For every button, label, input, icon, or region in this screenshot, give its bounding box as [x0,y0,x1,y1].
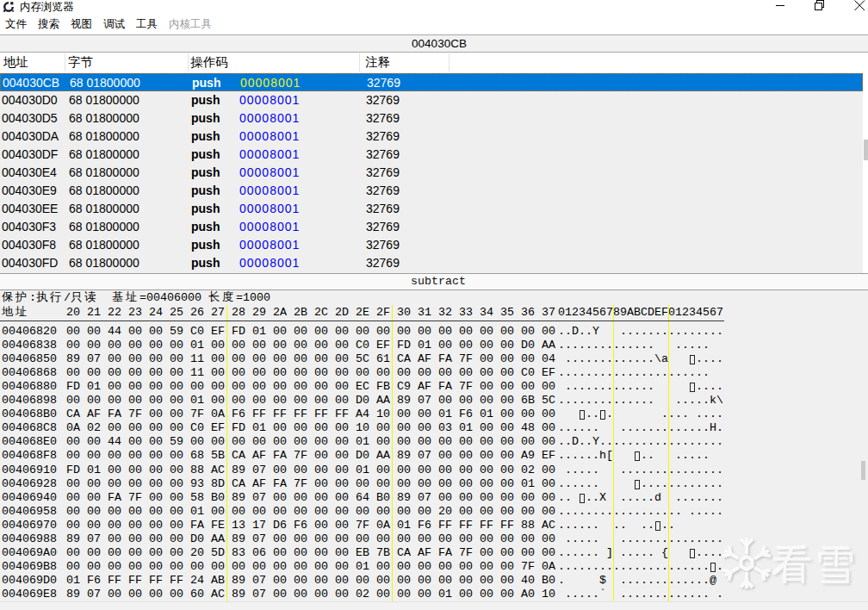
hex-byte: 00 [500,366,514,380]
hex-byte: 00 [273,546,287,560]
disassembly-row[interactable]: 004030EE68 01800000push0000800132769 [0,200,863,218]
ascii-char [654,449,661,463]
menu-item-搜索[interactable]: 搜索 [38,14,59,34]
hex-byte: 00 [294,532,307,546]
hex-byte: 60 [190,588,204,601]
hex-byte: 00 [397,435,411,449]
column-header[interactable]: 操作码 [190,53,228,72]
instruction-comment: 32769 [366,164,400,182]
menu-item-工具[interactable]: 工具 [136,14,158,34]
hex-row[interactable]: 004068380000000000000100000000000000C0EF… [0,339,868,352]
instruction-address: 004030DA [2,128,59,146]
hex-row[interactable]: 004069400000FA7F000058B089070000000064B0… [0,491,868,505]
disassembly-row[interactable]: 004030F368 01800000push0000800132769 [0,218,863,236]
close-button[interactable] [848,0,868,12]
hex-row[interactable]: 004069B800000000000000000000000000000100… [0,560,868,574]
ascii-char: . [634,435,641,449]
hex-row[interactable]: 00406928000000000000938DCAAFFA7F00000000… [0,477,868,491]
hex-byte: 00 [128,546,142,560]
splitter-bar[interactable]: subtract [0,273,868,290]
ascii-char: . [586,546,592,560]
ascii-char: . [613,435,620,449]
ascii-char: . [682,532,689,546]
disassembly-row[interactable]: 004030E468 01800000push0000800132769 [0,164,863,182]
disassembly-row[interactable]: 004030D068 01800000push0000800132769 [0,91,863,109]
ascii-char: . [661,435,668,449]
hex-row[interactable]: 0040685089070000000011000000000000005C61… [0,352,868,366]
menu-item-内核工具[interactable]: 内核工具 [169,14,212,34]
ascii-char [710,339,716,352]
hex-row[interactable]: 004068F8000000000000685BCAAFFA7F0000D0AA… [0,449,868,463]
hex-byte: 00 [376,325,390,339]
hex-row[interactable]: 00406970000000000000FAFE1317D6F600007F0A… [0,519,868,532]
menu-item-视图[interactable]: 视图 [71,14,92,34]
hex-row[interactable]: 0040686800000000000011000000000000000000… [0,366,868,380]
hex-row[interactable]: 00406910FD010000000088AC8907000000000100… [0,464,868,477]
ascii-char [682,380,689,394]
hex-byte: 00 [232,352,245,366]
hex-row[interactable]: 004068C80A0200000000C0EFFD01000000001000… [0,421,868,435]
ascii-char: . [696,505,703,519]
hexview-scrollbar-thumb[interactable] [861,461,865,480]
hex-row[interactable]: 004068B0CAAFFA7F00007F0AF6FFFFFFFFFFA410… [0,408,868,421]
ascii-char [641,408,648,421]
hex-byte: 02 [87,421,101,435]
hex-row[interactable]: 0040695800000000000001000000000000000000… [0,505,868,519]
ascii-char: . [710,546,716,560]
disassembler-scrollbar-thumb[interactable] [864,140,868,160]
minimize-button[interactable] [769,0,791,12]
hex-row[interactable]: 004068980000000000000100000000000000D0AA… [0,394,868,408]
hex-byte: FA [438,380,452,394]
ascii-char: . [696,464,703,477]
hex-byte: 89 [66,532,80,546]
hex-byte: 00 [314,325,328,339]
disassembly-row[interactable]: 004030D568 01800000push0000800132769 [0,109,863,128]
restore-button[interactable] [808,0,830,12]
column-header[interactable]: 字节 [68,53,93,72]
hex-byte: CA [397,352,411,366]
disassembly-row[interactable]: 004030E968 01800000push0000800132769 [0,182,863,200]
ascii-char [565,408,572,421]
hex-byte: 00 [314,339,328,352]
current-address-bar[interactable]: 004030CB [0,34,868,53]
disassembly-row[interactable]: 004030DF68 01800000push0000800132769 [0,146,863,164]
hex-row[interactable]: 004069A0000000000000205D830600000000EB7B… [0,546,868,560]
hex-row[interactable]: 00406880FD01000000000000000000000000ECFB… [0,380,868,394]
ascii-char: . [661,505,668,519]
hex-byte: 00 [149,532,163,546]
disassembler-scrollbar[interactable] [863,53,868,273]
ascii-char: . [620,588,627,601]
ascii-char: . [620,491,627,505]
column-header[interactable]: 注释 [365,53,390,72]
hex-byte: 59 [170,325,183,339]
disassembly-row[interactable]: 004030CB68 01800000push0000800132769 [0,73,863,91]
disassembly-row[interactable]: 004030F868 01800000push0000800132769 [0,236,863,254]
hex-row[interactable]: 00406820000044000059C0EFFD01000000000000… [0,325,868,339]
hex-byte: 0A [376,519,390,532]
disassembly-row[interactable]: 004030FD68 01800000push0000800132769 [0,254,863,272]
ascii-char: . [689,421,696,435]
hex-byte: 00 [87,339,101,352]
ascii-char: . [620,352,627,366]
ascii-char [675,352,682,366]
hex-byte: 00 [480,352,493,366]
hex-byte: FF [335,408,349,421]
ascii-char [675,546,682,560]
menu-item-文件[interactable]: 文件 [5,14,27,34]
hex-row[interactable]: 00406988890700000000D0AA8907000000000000… [0,532,868,546]
ascii-char [696,519,703,532]
hex-row[interactable]: 004068E000004400005900000000000000000100… [0,435,868,449]
ascii-char [668,380,675,394]
hex-row[interactable]: 004069E889070000000060AC8907000000000200… [0,588,868,601]
hex-byte: EC [356,380,369,394]
hex-row[interactable]: 004069D001F6FFFFFFFF24AB8907000000000000… [0,574,868,588]
ascii-char: . [627,394,634,408]
menu-item-调试[interactable]: 调试 [103,14,125,34]
hex-byte-column-label: 2E [356,305,369,321]
instruction-address: 004030FD [2,254,58,272]
ascii-char: . [579,588,586,601]
hex-byte: 20 [190,546,204,560]
column-header[interactable]: 地址 [3,53,28,72]
disassembly-row[interactable]: 004030DA68 01800000push0000800132769 [0,128,863,146]
hex-byte: 07 [252,588,266,601]
